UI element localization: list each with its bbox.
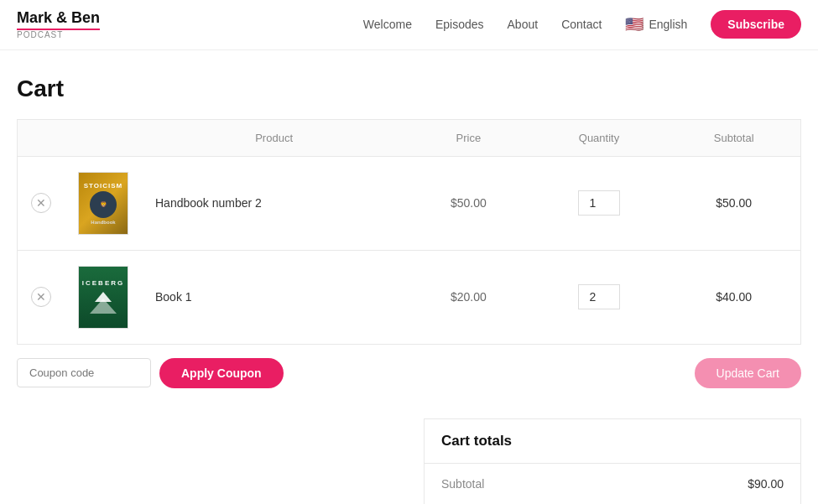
product-name-1: Handbook number 2 bbox=[142, 156, 406, 250]
remove-item-2-button[interactable]: ✕ bbox=[31, 287, 51, 307]
col-remove bbox=[18, 119, 65, 156]
remove-item-1-button[interactable]: ✕ bbox=[31, 193, 51, 213]
table-row: ✕ ICEBERG bbox=[18, 250, 801, 344]
cart-totals: Cart totals Subtotal $90.00 Total $90.00… bbox=[424, 418, 801, 504]
page-title: Cart bbox=[17, 75, 801, 102]
product-price-1: $50.00 bbox=[406, 156, 530, 250]
coupon-input[interactable] bbox=[17, 358, 151, 387]
logo-text: Mark & Ben bbox=[17, 10, 100, 27]
quantity-input-1[interactable] bbox=[578, 190, 620, 216]
apply-coupon-button[interactable]: Apply Coupon bbox=[159, 358, 284, 388]
product-name-2: Book 1 bbox=[142, 250, 406, 344]
product-subtotal-1: $50.00 bbox=[667, 156, 800, 250]
quantity-input-2[interactable] bbox=[578, 284, 620, 309]
subtotal-value: $90.00 bbox=[748, 477, 784, 491]
main-nav: Welcome Episodes About Contact 🇺🇸 Englis… bbox=[363, 10, 801, 39]
nav-welcome[interactable]: Welcome bbox=[363, 18, 412, 31]
language-label: English bbox=[649, 18, 687, 31]
logo: Mark & Ben Podcast bbox=[17, 10, 100, 39]
language-selector[interactable]: 🇺🇸 English bbox=[625, 15, 687, 34]
subtotal-row: Subtotal $90.00 bbox=[425, 464, 800, 504]
subtotal-label: Subtotal bbox=[441, 477, 484, 491]
table-row: ✕ STOICISM 🦁 Handbook Handbook number 2 … bbox=[18, 156, 801, 250]
subscribe-button[interactable]: Subscribe bbox=[711, 10, 801, 39]
col-image bbox=[65, 119, 142, 156]
cart-table: Product Price Quantity Subtotal ✕ STOICI… bbox=[17, 119, 801, 345]
coupon-row: Apply Coupon Update Cart bbox=[17, 345, 801, 402]
nav-about[interactable]: About bbox=[508, 18, 539, 31]
col-product: Product bbox=[142, 119, 406, 156]
col-subtotal: Subtotal bbox=[667, 119, 800, 156]
col-price: Price bbox=[406, 119, 530, 156]
update-cart-button[interactable]: Update Cart bbox=[695, 358, 801, 388]
product-image-2: ICEBERG bbox=[78, 266, 128, 329]
cart-totals-container: Cart totals Subtotal $90.00 Total $90.00… bbox=[17, 418, 801, 504]
cart-totals-header: Cart totals bbox=[425, 419, 800, 464]
logo-sub: Podcast bbox=[17, 30, 100, 39]
product-image-1: STOICISM 🦁 Handbook bbox=[78, 172, 128, 235]
col-quantity: Quantity bbox=[531, 119, 668, 156]
nav-contact[interactable]: Contact bbox=[561, 18, 602, 31]
product-subtotal-2: $40.00 bbox=[667, 250, 800, 344]
nav-episodes[interactable]: Episodes bbox=[435, 18, 484, 31]
product-price-2: $20.00 bbox=[406, 250, 530, 344]
flag-icon: 🇺🇸 bbox=[625, 15, 643, 34]
svg-marker-1 bbox=[90, 299, 117, 314]
coupon-section: Apply Coupon bbox=[17, 358, 284, 388]
